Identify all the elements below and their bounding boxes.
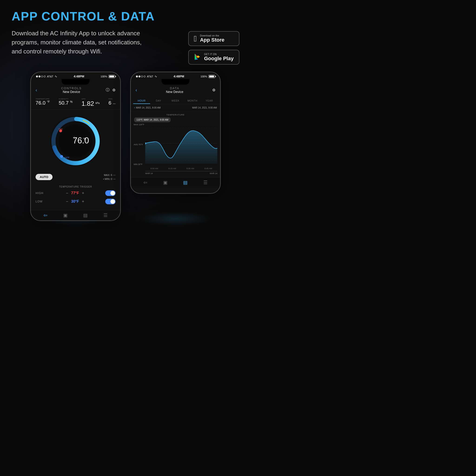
- signal-dot-2: [39, 76, 40, 77]
- temperature-chart-svg: [145, 124, 217, 166]
- tab-year[interactable]: YEAR: [201, 98, 218, 104]
- trigger-title: TEMPERATURE TRIGGER: [35, 186, 116, 188]
- controls-nav-icons: ⓘ ⚙: [106, 88, 116, 92]
- date-to: MAR 14, 2021, 9:00 AM: [192, 106, 217, 109]
- controls-bottom-bar: ⇦ ▣ ▤ ☰: [31, 210, 120, 220]
- controls-notch: [62, 79, 89, 85]
- svg-text:°F: °F: [83, 137, 86, 141]
- fan-sensor: FAN 6 ⸻: [109, 98, 116, 107]
- phones-section: AT&T ∿ 4:48PM 100%: [12, 72, 239, 221]
- bottom-label-right: MAR 14: [210, 172, 217, 174]
- data-bottom-list-icon[interactable]: ▣: [163, 180, 168, 185]
- high-plus-button[interactable]: +: [82, 191, 84, 196]
- controls-screen-title: CONTROLS: [37, 86, 106, 90]
- y-label-max: MAX 120°F: [134, 124, 144, 126]
- svg-text:4.0°F: 4.0°F: [64, 156, 69, 159]
- chevron-left-icon[interactable]: ‹: [134, 106, 135, 109]
- controls-info-icon[interactable]: ⓘ: [106, 88, 109, 92]
- data-time: 4:48PM: [174, 75, 184, 78]
- high-toggle[interactable]: [105, 190, 116, 196]
- low-plus-button[interactable]: +: [82, 199, 84, 204]
- high-control: − 77°F +: [66, 191, 84, 196]
- data-device-name: New Device: [137, 90, 212, 94]
- data-back-button[interactable]: ‹: [136, 87, 137, 93]
- date-from: MAR 14, 2021, 8:00 AM: [136, 106, 161, 109]
- app-store-button[interactable]:  Download on the App Store: [188, 31, 239, 46]
- fan-label: FAN: [109, 98, 116, 100]
- bottom-list-icon[interactable]: ▣: [63, 212, 68, 218]
- gauge-svg-wrapper: 4.0°F 77°F: [48, 113, 103, 169]
- data-bottom-home-icon[interactable]: ⇦: [143, 180, 147, 185]
- tab-week[interactable]: WEEK: [167, 98, 184, 104]
- chart-title: TEMPERATURE: [134, 114, 217, 116]
- data-nav-bar: ‹ DATA New Device ⚙: [131, 85, 220, 96]
- data-signal-dot-2: [138, 76, 140, 77]
- x-label-2: 8:15 AM: [169, 167, 176, 170]
- temp-label: TEMPERTURE: [35, 98, 50, 100]
- data-bottom-graph-icon[interactable]: ▤: [183, 180, 187, 185]
- data-phone-frame: AT&T ∿ 4:48PM 100%: [130, 72, 221, 194]
- data-status-right: 100%: [201, 75, 215, 78]
- data-battery-pct: 100%: [201, 75, 207, 78]
- data-bottom-profile-icon[interactable]: ☰: [203, 180, 207, 185]
- x-label-4: 8:45 AM: [204, 167, 212, 170]
- controls-back-button[interactable]: ‹: [35, 87, 37, 93]
- controls-device-name: New Device: [37, 90, 106, 94]
- gauge-container: 4.0°F 77°F: [31, 109, 120, 171]
- chart-area: MAX 120°F AVG 75°F MIN 30°F: [134, 124, 217, 170]
- data-bottom-bar: ⇦ ▣ ▤ ☰: [131, 177, 220, 187]
- data-signal-dot-3: [141, 76, 143, 77]
- data-status-left: AT&T ∿: [136, 75, 157, 78]
- controls-battery-pct: 100%: [101, 75, 107, 78]
- google-play-big-label: Google Play: [204, 56, 234, 61]
- date-range-left: ‹ MAR 14, 2021, 8:00 AM: [134, 106, 161, 109]
- controls-phone-frame: AT&T ∿ 4:48PM 100%: [30, 72, 121, 221]
- svg-text:🌡: 🌡: [73, 136, 76, 139]
- data-tabs: HOUR DAY WEEK MONTH YEAR: [131, 96, 220, 104]
- svg-text:77°F: 77°F: [58, 128, 63, 130]
- bottom-profile-icon[interactable]: ☰: [103, 212, 108, 218]
- auto-button[interactable]: AUTO: [35, 174, 52, 180]
- controls-nav-bar: ‹ CONTROLS New Device ⓘ ⚙: [31, 85, 120, 96]
- apple-icon: : [194, 35, 197, 43]
- date-range-row: ‹ MAR 14, 2021, 8:00 AM MAR 14, 2021, 9:…: [131, 104, 220, 111]
- y-label-min: MIN 30°F: [134, 163, 144, 166]
- temperature-sensor: TEMPERTURE 76.0 °F: [35, 98, 50, 107]
- high-toggle-knob: [110, 191, 115, 195]
- vpd-value: 1.82 kPa: [81, 100, 100, 107]
- low-toggle-knob: [110, 199, 115, 204]
- data-nav-icons: ⚙: [212, 88, 215, 92]
- tab-hour[interactable]: HOUR: [133, 98, 150, 104]
- trigger-low-row: LOW − 30°F +: [35, 199, 116, 204]
- signal-dot-4: [44, 76, 46, 77]
- data-phone-wrapper: AT&T ∿ 4:48PM 100%: [130, 72, 221, 221]
- google-play-button[interactable]: GET IT ON Google Play: [188, 50, 239, 65]
- data-settings-icon[interactable]: ⚙: [212, 88, 215, 92]
- data-carrier: AT&T: [147, 75, 153, 78]
- fan-value: 6 ⸻: [109, 100, 116, 106]
- humidity-sensor: HUMIDITY 50.7 %: [59, 98, 72, 107]
- low-minus-button[interactable]: −: [66, 199, 68, 204]
- low-toggle[interactable]: [105, 199, 116, 204]
- vpd-label: VPD: [81, 98, 100, 100]
- app-store-text: Download on the App Store: [200, 34, 224, 43]
- controls-wifi-icon: ∿: [55, 75, 57, 78]
- tab-month[interactable]: MONTH: [184, 98, 201, 104]
- high-value: 77°F: [71, 191, 79, 195]
- low-label: LOW: [35, 200, 45, 203]
- high-minus-button[interactable]: −: [66, 191, 68, 196]
- controls-carrier: AT&T: [47, 75, 53, 78]
- bottom-graph-icon[interactable]: ▤: [83, 212, 88, 218]
- controls-status-left: AT&T ∿: [36, 75, 57, 78]
- signal-dots: [36, 76, 46, 77]
- x-label-1: 8:00 AM: [150, 167, 158, 170]
- max-min-text: MAX: 6 ⸻ • MIN: 0 ⸻: [103, 173, 116, 181]
- tab-day[interactable]: DAY: [150, 98, 167, 104]
- controls-settings-icon[interactable]: ⚙: [112, 88, 116, 92]
- data-screen-title: DATA: [137, 86, 212, 90]
- main-title: APP CONTROL & DATA: [12, 9, 239, 23]
- controls-nav-title-section: CONTROLS New Device: [37, 86, 106, 94]
- humidity-label: HUMIDITY: [59, 98, 72, 100]
- data-battery-icon: [208, 75, 215, 78]
- bottom-home-icon[interactable]: ⇦: [43, 212, 47, 218]
